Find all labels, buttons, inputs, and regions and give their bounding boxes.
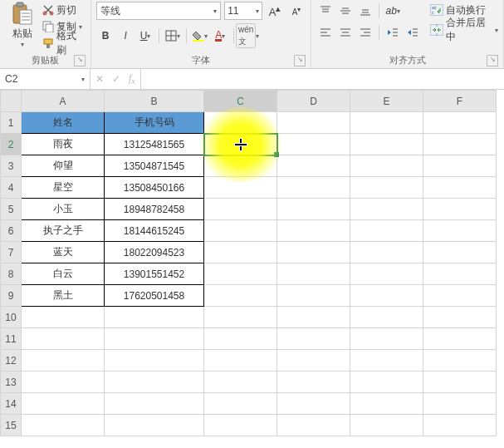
cell-F2[interactable] [423,134,497,155]
cell-B12[interactable] [105,350,204,372]
cell-A11[interactable] [22,328,105,350]
cell-B4[interactable]: 13508450166 [105,177,204,199]
bold-button[interactable]: B [96,27,115,45]
increase-indent-button[interactable] [404,23,422,42]
cell-E13[interactable] [350,372,423,393]
cell-F8[interactable] [423,263,497,285]
row-header-14[interactable]: 14 [1,393,22,415]
cell-B6[interactable]: 18144615245 [105,220,204,242]
merge-center-button[interactable]: 合并后居中 ▾ [430,22,498,38]
cell-C14[interactable] [204,393,277,415]
cell-D12[interactable] [277,350,350,372]
cut-button[interactable]: 剪切 [42,2,86,18]
cell-E11[interactable] [350,328,423,350]
font-color-button[interactable]: A▾ [211,27,229,45]
cell-E3[interactable] [350,155,423,177]
cell-E4[interactable] [350,177,423,199]
formula-input[interactable] [141,69,504,89]
cell-E7[interactable] [350,242,423,263]
cell-B10[interactable] [105,307,204,328]
cell-B8[interactable]: 13901551452 [105,263,204,285]
cell-E15[interactable] [350,415,423,436]
cell-A9[interactable]: 黑土 [22,285,105,307]
paste-button[interactable]: 粘贴 ▾ [5,2,39,48]
cell-F10[interactable] [423,307,497,328]
pinyin-guide-button[interactable]: wén文▾ [238,27,257,45]
cell-B3[interactable]: 13504871545 [105,155,204,177]
cell-D15[interactable] [277,415,350,436]
cell-D8[interactable] [277,263,350,285]
fx-icon[interactable]: fx [129,72,135,86]
decrease-font-button[interactable]: A▾ [287,2,306,20]
cell-B7[interactable]: 18022094523 [105,242,204,263]
cell-B5[interactable]: 18948782458 [105,199,204,220]
cell-C11[interactable] [204,328,277,350]
row-header-8[interactable]: 8 [1,263,22,285]
cell-C9[interactable] [204,285,277,307]
cell-B15[interactable] [105,415,204,436]
cell-A13[interactable] [22,372,105,393]
cell-F14[interactable] [423,393,497,415]
cell-A1[interactable]: 姓名 [22,112,105,134]
accept-formula-icon[interactable]: ✓ [112,73,120,85]
cell-A6[interactable]: 执子之手 [22,220,105,242]
cell-E12[interactable] [350,350,423,372]
cell-E6[interactable] [350,220,423,242]
italic-button[interactable]: I [116,27,135,45]
cell-C7[interactable] [204,242,277,263]
row-header-1[interactable]: 1 [1,112,22,134]
cell-D14[interactable] [277,393,350,415]
row-header-11[interactable]: 11 [1,328,22,350]
align-right-button[interactable] [356,23,374,42]
cell-D5[interactable] [277,199,350,220]
align-center-button[interactable] [336,23,355,42]
cell-E5[interactable] [350,199,423,220]
cell-D9[interactable] [277,285,350,307]
cell-F13[interactable] [423,372,497,393]
column-header-D[interactable]: D [277,91,350,112]
cell-D11[interactable] [277,328,350,350]
row-header-7[interactable]: 7 [1,242,22,263]
cell-D10[interactable] [277,307,350,328]
row-header-3[interactable]: 3 [1,155,22,177]
cell-D1[interactable] [277,112,350,134]
cell-E8[interactable] [350,263,423,285]
cell-A2[interactable]: 雨夜 [22,134,105,155]
cell-E9[interactable] [350,285,423,307]
cell-E14[interactable] [350,393,423,415]
worksheet[interactable]: ABCDEF 1姓名手机号码2雨夜131254815653仰望135048715… [0,90,504,436]
column-header-B[interactable]: B [105,91,204,112]
cell-F7[interactable] [423,242,497,263]
align-middle-button[interactable] [336,2,355,20]
cell-F5[interactable] [423,199,497,220]
column-header-C[interactable]: C [204,91,277,112]
row-header-2[interactable]: 2 [1,134,22,155]
border-button[interactable]: ▾ [164,27,182,45]
cell-C5[interactable] [204,199,277,220]
orientation-button[interactable]: ab▾ [384,2,402,20]
cancel-formula-icon[interactable]: ✕ [95,73,104,85]
cell-C8[interactable] [204,263,277,285]
cell-A10[interactable] [22,307,105,328]
column-header-E[interactable]: E [350,91,423,112]
cell-B13[interactable] [105,372,204,393]
cell-B9[interactable]: 17620501458 [105,285,204,307]
cell-A5[interactable]: 小玉 [22,199,105,220]
cell-F11[interactable] [423,328,497,350]
row-header-15[interactable]: 15 [1,415,22,436]
cell-E1[interactable] [350,112,423,134]
underline-button[interactable]: U▾ [136,27,154,45]
cell-A7[interactable]: 蓝天 [22,242,105,263]
row-header-4[interactable]: 4 [1,177,22,199]
clipboard-launcher-icon[interactable]: ↘ [74,55,86,66]
align-bottom-button[interactable] [356,2,374,20]
align-top-button[interactable] [316,2,335,20]
cell-C6[interactable] [204,220,277,242]
cell-B2[interactable]: 13125481565 [105,134,204,155]
select-all-corner[interactable] [1,91,22,112]
cell-F6[interactable] [423,220,497,242]
row-header-9[interactable]: 9 [1,285,22,307]
cell-C10[interactable] [204,307,277,328]
cell-C2[interactable] [204,134,277,155]
cell-D13[interactable] [277,372,350,393]
